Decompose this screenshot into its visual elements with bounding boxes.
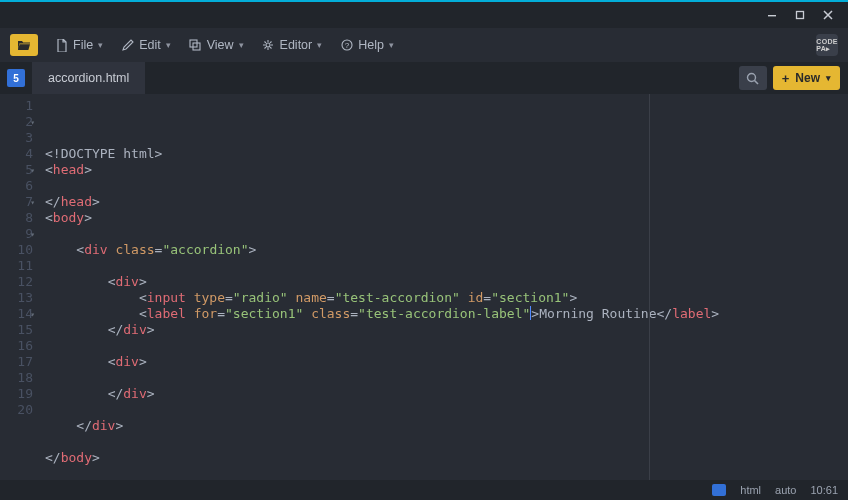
code-line[interactable]: </body> — [45, 450, 848, 466]
code-line[interactable] — [45, 178, 848, 194]
line-number: 10 — [0, 242, 33, 258]
status-position: 10:61 — [810, 484, 838, 496]
plus-icon: + — [782, 71, 790, 86]
code-line[interactable]: </div> — [45, 322, 848, 338]
thumbs-up-icon[interactable] — [712, 484, 726, 496]
caret-down-icon: ▾ — [98, 40, 103, 50]
line-number: 2 — [0, 114, 33, 130]
code-line[interactable]: <div class="accordion"> — [45, 242, 848, 258]
line-number: 5 — [0, 162, 33, 178]
svg-point-4 — [266, 43, 270, 47]
menu-file[interactable]: File ▾ — [48, 34, 110, 56]
menu-help-label: Help — [358, 38, 384, 52]
caret-down-icon: ▾ — [317, 40, 322, 50]
line-gutter: 1234567891011121314151617181920 — [0, 94, 41, 480]
code-line[interactable] — [45, 402, 848, 418]
line-number: 19 — [0, 386, 33, 402]
svg-rect-0 — [768, 15, 776, 16]
status-language: html — [740, 484, 761, 496]
gear-icon — [262, 39, 275, 52]
code-area[interactable]: <!DOCTYPE html><head></head><body> <div … — [41, 94, 848, 480]
new-button-label: New — [795, 71, 820, 85]
search-icon — [746, 72, 759, 85]
tab-active[interactable]: accordion.html — [32, 62, 145, 94]
code-editor[interactable]: 1234567891011121314151617181920 <!DOCTYP… — [0, 94, 848, 480]
new-button[interactable]: + New ▾ — [773, 66, 840, 90]
main-toolbar: File ▾ Edit ▾ View ▾ Editor ▾ ? Help ▾ C… — [0, 28, 848, 62]
close-button[interactable] — [814, 3, 842, 27]
minimize-button[interactable] — [758, 3, 786, 27]
line-number: 18 — [0, 370, 33, 386]
line-number: 12 — [0, 274, 33, 290]
code-line[interactable]: </div> — [45, 418, 848, 434]
help-icon: ? — [340, 39, 353, 52]
line-number: 4 — [0, 146, 33, 162]
menu-file-label: File — [73, 38, 93, 52]
tab-label: accordion.html — [48, 71, 129, 85]
caret-down-icon: ▾ — [826, 73, 831, 83]
code-line[interactable] — [45, 370, 848, 386]
svg-rect-1 — [797, 12, 804, 19]
caret-down-icon: ▾ — [239, 40, 244, 50]
copy-icon — [189, 39, 202, 52]
code-line[interactable] — [45, 338, 848, 354]
menu-view[interactable]: View ▾ — [182, 34, 251, 56]
svg-text:?: ? — [345, 41, 350, 50]
menu-help[interactable]: ? Help ▾ — [333, 34, 401, 56]
code-line[interactable]: <div> — [45, 274, 848, 290]
file-icon — [55, 39, 68, 52]
menu-edit-label: Edit — [139, 38, 161, 52]
file-type-badge: 5 — [0, 62, 32, 94]
code-line[interactable]: <div> — [45, 354, 848, 370]
code-line[interactable] — [45, 258, 848, 274]
code-line[interactable]: <!DOCTYPE html> — [45, 146, 848, 162]
line-number: 16 — [0, 338, 33, 354]
code-line[interactable]: </head> — [45, 194, 848, 210]
line-number: 1 — [0, 98, 33, 114]
line-number: 17 — [0, 354, 33, 370]
line-number: 11 — [0, 258, 33, 274]
menu-view-label: View — [207, 38, 234, 52]
menu-editor-label: Editor — [280, 38, 313, 52]
line-number: 14 — [0, 306, 33, 322]
status-bar: html auto 10:61 — [0, 480, 848, 500]
code-line[interactable] — [45, 226, 848, 242]
maximize-button[interactable] — [786, 3, 814, 27]
line-number: 8 — [0, 210, 33, 226]
line-number: 20 — [0, 402, 33, 418]
line-number: 6 — [0, 178, 33, 194]
code-line[interactable] — [45, 434, 848, 450]
app-logo: CODEPA▸ — [816, 34, 838, 56]
pencil-icon — [121, 39, 134, 52]
search-button[interactable] — [739, 66, 767, 90]
code-line[interactable]: <body> — [45, 210, 848, 226]
caret-down-icon: ▾ — [166, 40, 171, 50]
html5-icon: 5 — [7, 69, 25, 87]
tab-strip: 5 accordion.html + New ▾ — [0, 62, 848, 94]
code-line[interactable]: <input type="radio" name="test-accordion… — [45, 290, 848, 306]
print-margin — [649, 94, 650, 480]
code-line[interactable]: </div> — [45, 386, 848, 402]
status-mode: auto — [775, 484, 796, 496]
line-number: 7 — [0, 194, 33, 210]
code-line[interactable]: <head> — [45, 162, 848, 178]
svg-point-7 — [748, 73, 756, 81]
window-titlebar — [0, 0, 848, 28]
menu-edit[interactable]: Edit ▾ — [114, 34, 178, 56]
open-folder-button[interactable] — [10, 34, 38, 56]
folder-open-icon — [17, 39, 31, 51]
line-number: 13 — [0, 290, 33, 306]
line-number: 9 — [0, 226, 33, 242]
line-number: 3 — [0, 130, 33, 146]
line-number: 15 — [0, 322, 33, 338]
caret-down-icon: ▾ — [389, 40, 394, 50]
code-line[interactable]: <label for="section1" class="test-accord… — [45, 306, 848, 322]
menu-editor[interactable]: Editor ▾ — [255, 34, 330, 56]
